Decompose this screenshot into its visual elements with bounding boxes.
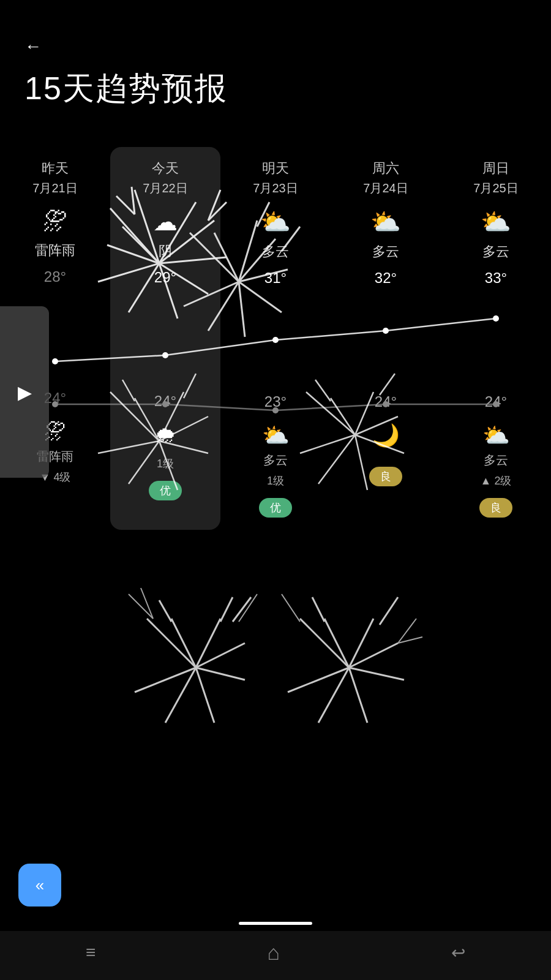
day-name-saturday: 周六 <box>372 159 399 178</box>
left-play-overlay[interactable]: ▶ <box>0 306 49 478</box>
aqi-badge-saturday: 良 <box>369 467 402 486</box>
high-temp-yesterday: 28° <box>44 268 66 285</box>
low-temp-sunday: 24° <box>485 393 507 410</box>
day-name-yesterday: 昨天 <box>42 159 69 178</box>
page-title: 15天趋势预报 <box>24 67 228 110</box>
night-icon-saturday: 🌙 <box>372 423 400 448</box>
day-date-yesterday: 7月21日 <box>32 180 77 197</box>
day-date-tomorrow: 7月23日 <box>253 180 298 197</box>
svg-line-75 <box>312 597 324 622</box>
night-desc-tomorrow: 多云 <box>263 452 288 469</box>
day-date-saturday: 7月24日 <box>363 180 408 197</box>
svg-line-74 <box>288 668 349 692</box>
night-section-today: 🌧 1级 优 <box>149 422 182 500</box>
night-icon-today: 🌧 <box>154 422 176 448</box>
svg-line-69 <box>349 619 373 668</box>
svg-line-81 <box>398 619 416 643</box>
aqi-badge-tomorrow: 优 <box>259 498 292 518</box>
weather-desc-today: 阴 <box>159 242 172 260</box>
menu-icon[interactable]: ≡ <box>86 943 96 962</box>
night-icon-tomorrow: ⛅ <box>262 423 290 448</box>
weather-icon-sunday: ⛅ <box>481 208 511 236</box>
svg-line-78 <box>141 588 153 619</box>
day-col-today: 今天 7月22日 ☁ 阴 29° 24° 🌧 1级 优 <box>110 147 220 530</box>
svg-line-59 <box>196 643 245 668</box>
double-left-button[interactable]: « <box>18 864 61 907</box>
day-name-sunday: 周日 <box>482 159 509 178</box>
svg-line-66 <box>233 597 251 622</box>
svg-line-61 <box>196 668 214 723</box>
day-col-saturday: 周六 7月24日 ⛅ 多云 32° 24° 🌙 良 <box>331 147 441 530</box>
svg-line-68 <box>324 619 349 668</box>
day-name-tomorrow: 明天 <box>262 159 289 178</box>
aqi-badge-sunday: 良 <box>479 498 512 518</box>
svg-line-71 <box>349 668 404 680</box>
aqi-badge-today: 优 <box>149 481 182 500</box>
day-date-sunday: 7月25日 <box>473 180 518 197</box>
svg-line-72 <box>349 668 367 723</box>
back-button[interactable]: ← <box>24 37 42 56</box>
svg-line-58 <box>196 619 220 668</box>
day-date-today: 7月22日 <box>143 180 187 197</box>
svg-line-63 <box>135 668 196 692</box>
svg-line-56 <box>147 619 196 668</box>
svg-line-82 <box>398 637 422 643</box>
svg-line-67 <box>300 619 349 668</box>
high-temp-sunday: 33° <box>485 270 507 287</box>
day-col-sunday: 周日 7月25日 ⛅ 多云 33° 24° ⛅ 多云 ▲ 2级 良 <box>441 147 551 530</box>
play-icon: ▶ <box>18 382 32 403</box>
weather-icon-tomorrow: ⛅ <box>260 208 291 236</box>
low-temp-saturday: 24° <box>375 393 397 410</box>
night-section-sunday: ⛅ 多云 ▲ 2级 良 <box>479 423 512 518</box>
svg-line-57 <box>171 619 196 668</box>
weather-desc-yesterday: 雷阵雨 <box>35 241 75 260</box>
forecast-scroll: 昨天 7月21日 ⛈ 雷阵雨 28° 24° ⛈ 雷阵雨 ▼ 4级 今天 7月2… <box>0 147 551 530</box>
svg-line-80 <box>282 594 300 622</box>
low-temp-today: 24° <box>154 393 176 410</box>
svg-line-65 <box>220 597 233 622</box>
high-temp-tomorrow: 31° <box>264 270 287 287</box>
weather-icon-today: ☁ <box>153 208 178 236</box>
weather-desc-sunday: 多云 <box>482 243 509 261</box>
weather-desc-tomorrow: 多云 <box>262 243 289 261</box>
svg-line-70 <box>349 643 398 668</box>
night-icon-sunday: ⛅ <box>482 423 510 448</box>
home-indicator <box>239 922 312 925</box>
back-nav-icon[interactable]: ↩ <box>451 943 465 963</box>
svg-line-73 <box>318 668 349 723</box>
weather-desc-saturday: 多云 <box>372 243 399 261</box>
high-temp-saturday: 32° <box>375 270 397 287</box>
nav-bar: ≡ ⌂ ↩ <box>0 931 551 980</box>
low-temp-tomorrow: 23° <box>264 393 287 410</box>
svg-line-60 <box>196 668 245 680</box>
svg-line-64 <box>159 600 171 622</box>
weather-icon-yesterday: ⛈ <box>43 208 67 235</box>
night-section-tomorrow: ⛅ 多云 1级 优 <box>259 423 292 518</box>
svg-line-76 <box>380 597 398 625</box>
high-temp-today: 29° <box>154 269 176 286</box>
day-col-tomorrow: 明天 7月23日 ⛅ 多云 31° 23° ⛅ 多云 1级 优 <box>220 147 331 530</box>
wind-today: 1级 <box>157 456 174 471</box>
day-name-today: 今天 <box>152 159 179 178</box>
night-section-saturday: 🌙 良 <box>369 423 402 486</box>
home-icon[interactable]: ⌂ <box>267 941 280 965</box>
weather-icon-saturday: ⛅ <box>370 208 401 236</box>
wind-sunday: ▲ 2级 <box>481 473 512 488</box>
wind-tomorrow: 1级 <box>267 473 284 488</box>
svg-line-62 <box>165 668 196 723</box>
svg-line-77 <box>129 594 153 619</box>
svg-line-79 <box>239 594 257 622</box>
night-desc-sunday: 多云 <box>484 452 508 469</box>
